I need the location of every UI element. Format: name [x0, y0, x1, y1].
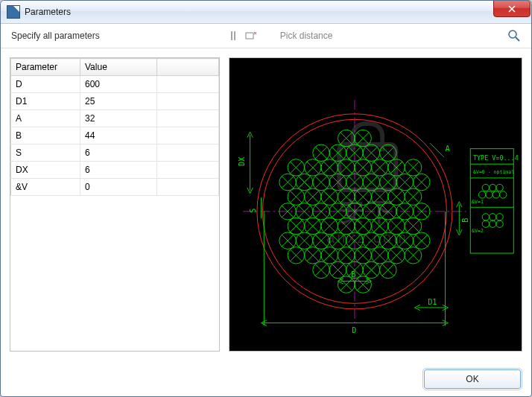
close-icon: [508, 5, 516, 13]
toolbar: Specify all parameters Pick distance: [1, 24, 531, 48]
search-icon[interactable]: [507, 29, 521, 42]
dim-S: S: [248, 209, 257, 213]
svg-point-100: [482, 214, 489, 220]
dim-DX: DX: [237, 156, 246, 166]
param-name[interactable]: &V: [11, 179, 80, 196]
table-row[interactable]: S6: [11, 144, 219, 162]
svg-point-1: [509, 31, 516, 38]
table-row[interactable]: DX6: [11, 162, 219, 179]
param-value[interactable]: 6: [80, 144, 157, 162]
legend-row2: &V=2: [472, 228, 484, 234]
svg-point-92: [482, 184, 489, 191]
legend-row1: &V=1: [472, 199, 484, 205]
parameter-table[interactable]: Parameter Value D600D125A32B44S6DX6&V0: [10, 57, 220, 352]
svg-line-2: [516, 37, 519, 41]
instruction-text: Specify all parameters: [11, 31, 100, 41]
col-parameter[interactable]: Parameter: [11, 59, 80, 76]
param-name[interactable]: D: [11, 76, 80, 93]
parameters-dialog: Parameters Specify all parameters Pick d…: [0, 0, 532, 397]
measure-icon[interactable]: [244, 29, 258, 42]
svg-point-104: [490, 220, 496, 227]
svg-point-94: [496, 184, 503, 191]
legend-box: TYPE V=0...4 &V=0 - optimal &V=1: [470, 149, 518, 253]
dim-D: D: [352, 325, 356, 334]
table-row[interactable]: D600: [11, 76, 219, 93]
svg-point-93: [490, 184, 496, 191]
param-value[interactable]: 44: [80, 127, 157, 144]
col-blank: [157, 59, 219, 76]
app-icon: [7, 5, 20, 19]
legend-title: TYPE V=0...4: [473, 154, 519, 162]
dim-B2: B: [351, 270, 355, 279]
param-value[interactable]: 0: [80, 179, 157, 196]
param-name[interactable]: D1: [11, 93, 80, 110]
param-value[interactable]: 6: [80, 162, 157, 179]
svg-point-95: [478, 191, 485, 198]
param-name[interactable]: B: [11, 127, 80, 144]
param-name[interactable]: DX: [11, 162, 80, 179]
param-value[interactable]: 32: [80, 110, 157, 127]
toolbar-icons: [227, 29, 258, 42]
param-name[interactable]: S: [11, 144, 80, 162]
svg-point-97: [493, 191, 499, 198]
dim-B: B: [460, 218, 469, 223]
svg-point-96: [486, 191, 493, 198]
pick-distance-button[interactable]: Pick distance: [280, 31, 333, 41]
svg-point-102: [496, 214, 503, 220]
svg-point-103: [482, 220, 489, 227]
close-button[interactable]: [493, 0, 531, 17]
param-value[interactable]: 25: [80, 93, 157, 110]
svg-point-98: [500, 191, 507, 198]
dim-A: A: [446, 144, 450, 153]
param-name[interactable]: A: [11, 110, 80, 127]
svg-point-105: [496, 220, 503, 227]
window-title: Parameters: [25, 7, 71, 17]
svg-point-101: [490, 214, 496, 220]
svg-rect-0: [246, 33, 253, 39]
legend-row0: &V=0 - optimal: [473, 169, 514, 175]
titlebar: Parameters: [1, 1, 531, 24]
svg-line-82: [430, 143, 444, 157]
col-value[interactable]: Value: [80, 59, 157, 76]
drawing-preview: DX S A B B: [229, 57, 522, 352]
table-row[interactable]: &V0: [11, 179, 219, 196]
ok-button[interactable]: OK: [424, 369, 521, 389]
table-row[interactable]: D125: [11, 93, 219, 110]
dim-D1: D1: [428, 297, 437, 306]
param-value[interactable]: 600: [80, 76, 157, 93]
table-row[interactable]: B44: [11, 127, 219, 144]
table-row[interactable]: A32: [11, 110, 219, 127]
separator-icon[interactable]: [227, 29, 240, 42]
